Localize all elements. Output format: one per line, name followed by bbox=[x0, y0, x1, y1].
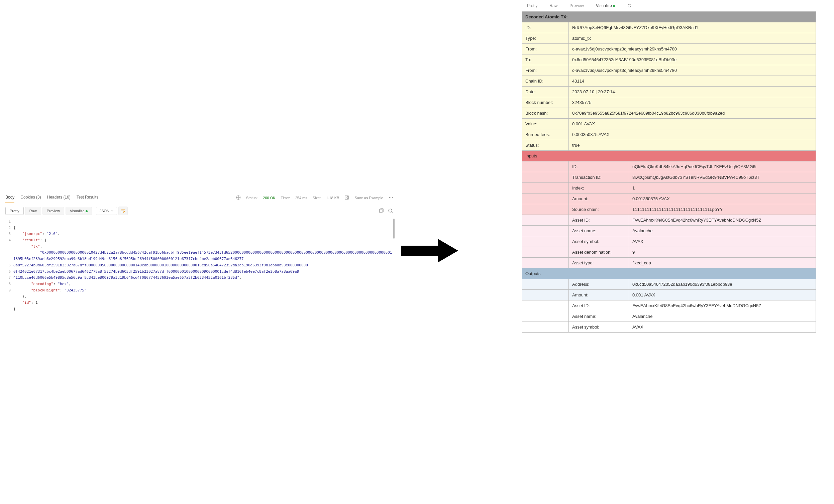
subtab-pretty[interactable]: Pretty bbox=[5, 207, 24, 215]
copy-icon[interactable] bbox=[378, 208, 384, 213]
row-label: Asset type: bbox=[569, 258, 629, 268]
svg-point-4 bbox=[392, 197, 393, 198]
table-row: Amount:0.001350875 AVAX bbox=[522, 193, 816, 204]
blank-cell bbox=[522, 204, 569, 215]
search-icon[interactable] bbox=[388, 208, 393, 213]
row-label: Asset ID: bbox=[569, 300, 629, 311]
table-row: Asset symbol:AVAX bbox=[522, 236, 816, 247]
row-value: oQkEkaQkoKdh84kkA9uHqPueJCFqvTJhZKEEzUcq… bbox=[629, 161, 816, 172]
subtab-raw[interactable]: Raw bbox=[25, 207, 41, 215]
blank-cell bbox=[522, 247, 569, 258]
table-row: From:c-avax1v6dj0uscvpckmpz3qjmleacysmh2… bbox=[522, 65, 816, 76]
table-row: Address:0x6cd50a546472352da3ab190d6393f0… bbox=[522, 279, 816, 290]
vtab-preview[interactable]: Preview bbox=[567, 2, 587, 9]
row-label: Amount: bbox=[569, 290, 629, 300]
save-icon[interactable] bbox=[345, 195, 349, 201]
table-row: Asset ID:FvwEAhmxKfeiG8SnEvq42hc6whRyY3E… bbox=[522, 215, 816, 226]
table-row: From:c-avax1v6dj0uscvpckmpz3qjmleacysmh2… bbox=[522, 44, 816, 54]
blank-cell bbox=[522, 311, 569, 322]
table-row: ID:oQkEkaQkoKdh84kkA9uHqPueJCFqvTJhZKEEz… bbox=[522, 161, 816, 172]
more-icon[interactable] bbox=[389, 195, 393, 201]
vtab-visualize[interactable]: Visualize bbox=[593, 2, 618, 9]
table-row: Date:2023-07-10 | 20:37:14. bbox=[522, 87, 816, 97]
reload-icon[interactable] bbox=[624, 3, 632, 8]
row-label: Burned fees: bbox=[522, 129, 569, 140]
decoded-tx-table: Decoded Atomic TX: ID:RdUt7Aop8eHQ6FgbMr… bbox=[522, 12, 816, 333]
table-row: Asset type:fixed_cap bbox=[522, 258, 816, 268]
vtab-pretty[interactable]: Pretty bbox=[524, 2, 540, 9]
wrap-lines-button[interactable] bbox=[118, 207, 128, 215]
row-value: 0.001 AVAX bbox=[629, 290, 816, 300]
row-value: 0.001350875 AVAX bbox=[629, 193, 816, 204]
table-row: Index:1 bbox=[522, 183, 816, 193]
row-label: Status: bbox=[522, 140, 569, 151]
row-value: 11111111111111111111111111111111LpoYY bbox=[629, 204, 816, 215]
row-value: AVAX bbox=[629, 322, 816, 333]
row-value: 0.000350875 AVAX bbox=[569, 129, 816, 140]
outputs-header: Outputs bbox=[522, 268, 816, 279]
svg-point-6 bbox=[389, 209, 392, 212]
row-label: Asset symbol: bbox=[569, 322, 629, 333]
save-as-example[interactable]: Save as Example bbox=[354, 196, 383, 200]
json-code: { "jsonrpc": "2.0", "result": { "tx": "0… bbox=[14, 219, 393, 312]
tab-headers[interactable]: Headers (16) bbox=[47, 195, 70, 201]
tab-cookies[interactable]: Cookies (3) bbox=[20, 195, 41, 201]
json-body-viewer[interactable]: 1234 56789 { "jsonrpc": "2.0", "result":… bbox=[5, 219, 393, 312]
table-row: Chain ID:43114 bbox=[522, 76, 816, 87]
row-label: Chain ID: bbox=[522, 76, 569, 87]
inputs-header: Inputs bbox=[522, 151, 816, 161]
vtab-raw[interactable]: Raw bbox=[547, 2, 560, 9]
table-row: ID:RdUt7Aop8eHQ6FgbMrv48G6vFYZ7Dxo9XtFyH… bbox=[522, 22, 816, 33]
svg-rect-1 bbox=[345, 196, 349, 200]
response-tabs-row: Body Cookies (3) Headers (16) Test Resul… bbox=[5, 195, 393, 203]
row-value: 0x70e9fb3e9555a825f681f972e42e689fb04c19… bbox=[569, 108, 816, 119]
row-label: From: bbox=[522, 65, 569, 76]
size-value: 1.18 KB bbox=[326, 196, 339, 200]
row-value: FvwEAhmxKfeiG8SnEvq42hc6whRyY3EFYAvebMqD… bbox=[629, 300, 816, 311]
row-value: 43114 bbox=[569, 76, 816, 87]
body-type-dropdown[interactable]: JSON bbox=[96, 207, 117, 215]
blank-cell bbox=[522, 279, 569, 290]
time-label: Time: bbox=[281, 196, 290, 200]
svg-point-3 bbox=[391, 197, 391, 198]
table-row: Asset denomination:9 bbox=[522, 247, 816, 258]
visualize-indicator-dot bbox=[86, 210, 88, 212]
visualize-tabs: Pretty Raw Preview Visualize bbox=[522, 0, 816, 12]
globe-icon[interactable] bbox=[236, 195, 241, 201]
table-row: Asset name:Avalanche bbox=[522, 311, 816, 322]
row-value: c-avax1v6dj0uscvpckmpz3qjmleacysmh29kns5… bbox=[569, 44, 816, 54]
table-row: To:0x6cd50A546472352dA3AB190d6393F081eBb… bbox=[522, 54, 816, 65]
table-row: Status:true bbox=[522, 140, 816, 151]
body-view-tabs: Pretty Raw Preview Visualize JSON bbox=[5, 207, 393, 215]
blank-cell bbox=[522, 161, 569, 172]
table-row: Source chain:111111111111111111111111111… bbox=[522, 204, 816, 215]
time-value: 254 ms bbox=[295, 196, 307, 200]
tab-test-results[interactable]: Test Results bbox=[76, 195, 98, 201]
row-label: Amount: bbox=[569, 193, 629, 204]
status-label: Status: bbox=[246, 196, 258, 200]
subtab-preview[interactable]: Preview bbox=[42, 207, 64, 215]
table-row: Burned fees:0.000350875 AVAX bbox=[522, 129, 816, 140]
body-toolbar-right bbox=[378, 208, 393, 213]
blank-cell bbox=[522, 226, 569, 236]
subtab-visualize[interactable]: Visualize bbox=[66, 207, 92, 215]
row-value: true bbox=[569, 140, 816, 151]
row-label: Asset name: bbox=[569, 311, 629, 322]
table-row: Block hash:0x70e9fb3e9555a825f681f972e42… bbox=[522, 108, 816, 119]
row-value: 2023-07-10 | 20:37:14. bbox=[569, 87, 816, 97]
row-value: 1 bbox=[629, 183, 816, 193]
blank-cell bbox=[522, 322, 569, 333]
row-label: Source chain: bbox=[569, 204, 629, 215]
response-panel: Body Cookies (3) Headers (16) Test Resul… bbox=[5, 195, 393, 312]
blank-cell bbox=[522, 300, 569, 311]
wrap-icon bbox=[121, 209, 125, 213]
row-value: 0x6cd50A546472352dA3AB190d6393F081eBbDb9… bbox=[569, 54, 816, 65]
line-gutter: 1234 56789 bbox=[5, 219, 14, 312]
row-label: ID: bbox=[569, 161, 629, 172]
table-row: Amount:0.001 AVAX bbox=[522, 290, 816, 300]
tab-body[interactable]: Body bbox=[5, 195, 14, 203]
visualize-panel: Pretty Raw Preview Visualize Decoded Ato… bbox=[522, 0, 816, 333]
response-tabs: Body Cookies (3) Headers (16) Test Resul… bbox=[5, 195, 98, 201]
svg-point-2 bbox=[389, 197, 390, 198]
scrollbar-thumb[interactable] bbox=[393, 219, 395, 238]
